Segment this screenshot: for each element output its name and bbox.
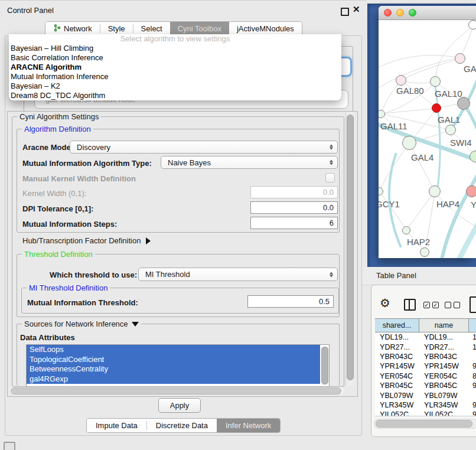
aracne-mode-combobox[interactable]: Discovery xyxy=(70,141,338,154)
hub-section-label: Hub/Transcription Factor Definition xyxy=(22,236,141,245)
column-header-clipped[interactable]: A xyxy=(469,319,476,332)
tab-cyni-toolbox[interactable]: Cyni Toolbox xyxy=(170,22,229,35)
algorithm-option-aracne-algorithm[interactable]: ARACNE Algorithm xyxy=(9,63,341,72)
list-vertical-scrollbar[interactable] xyxy=(321,346,328,384)
cell-name: YPR145W xyxy=(419,362,469,370)
bottom-tab-impute-data[interactable]: Impute Data xyxy=(87,419,146,432)
node-gal4[interactable] xyxy=(402,136,416,150)
attribute-item-topologicalcoefficient[interactable]: TopologicalCoefficient xyxy=(27,355,320,365)
dpi-tolerance-label: DPI Tolerance [0,1]: xyxy=(22,204,93,213)
settings-horizontal-scrollbar[interactable] xyxy=(9,387,344,394)
node-hap2[interactable] xyxy=(402,226,410,234)
minimize-traffic-light-icon[interactable] xyxy=(396,9,404,17)
network-window-titlebar[interactable] xyxy=(379,6,476,20)
hub-section-toggle[interactable]: Hub/Transcription Factor Definition xyxy=(22,236,151,245)
table-body: YDL19...YDL19...13YDR27...YDR27...12YBR0… xyxy=(375,332,476,416)
node-gray[interactable] xyxy=(457,97,470,110)
node-top-partial[interactable] xyxy=(468,20,476,30)
cell-name: YIL052C xyxy=(419,410,469,416)
column-header-shared-name[interactable]: shared... xyxy=(375,319,419,332)
node-gal1[interactable] xyxy=(445,125,456,135)
bottom-tab-discretize-data[interactable]: Discretize Data xyxy=(147,419,217,432)
table-row[interactable]: YDR27...YDR27...12 xyxy=(375,342,476,351)
mi-steps-field[interactable]: 6 xyxy=(250,217,338,229)
node-gcy1-label: GCY1 xyxy=(379,199,400,209)
control-panel-title: Control Panel xyxy=(7,6,54,15)
tab-select[interactable]: Select xyxy=(133,22,170,35)
tab-network[interactable]: Network xyxy=(45,22,100,35)
table-horizontal-scrollbar[interactable] xyxy=(374,419,476,429)
table-row[interactable]: YPR145WYPR145W9. xyxy=(375,361,476,371)
node-gal11[interactable] xyxy=(379,110,385,118)
manual-kernel-checkbox[interactable] xyxy=(325,173,335,182)
node-swi4[interactable] xyxy=(470,151,476,162)
column-header-name[interactable]: name xyxy=(419,319,469,332)
tab-label: jActiveMNodules xyxy=(237,24,294,33)
close-traffic-light-icon[interactable] xyxy=(384,9,392,17)
zoom-traffic-light-icon[interactable] xyxy=(409,9,416,17)
close-icon[interactable]: ✕ xyxy=(353,4,360,15)
chevron-right-icon xyxy=(146,237,151,244)
gear-icon[interactable]: ⚙ xyxy=(380,297,390,309)
algorithm-option-mutual-information-inference[interactable]: Mutual Information Inference xyxy=(9,72,341,81)
algorithm-option-dream8-dc-tdc-algorithm[interactable]: Dream8 DC_TDC Algorithm xyxy=(9,91,341,100)
table-row[interactable]: YIL052CYIL052C9. xyxy=(375,410,476,416)
attribute-item-gal4rgexp[interactable]: gal4RGexp xyxy=(27,374,320,384)
scrollbar-thumb[interactable] xyxy=(347,115,354,380)
scrollbar-thumb[interactable] xyxy=(11,387,341,394)
settings-vertical-scrollbar[interactable] xyxy=(345,112,354,386)
table-row[interactable]: YBL079WYBL079W xyxy=(375,390,476,400)
bottom-tab-infer-network[interactable]: Infer Network xyxy=(217,419,280,432)
which-threshold-combobox[interactable]: MI Threshold xyxy=(138,268,338,281)
mi-type-combobox[interactable]: Naive Bayes xyxy=(161,156,338,169)
node-bottom[interactable] xyxy=(420,247,429,257)
scrollbar-thumb[interactable] xyxy=(321,347,328,384)
table-row[interactable]: YBR043CYBR043C xyxy=(375,352,476,361)
popup-prompt: Select algorithm to view settings xyxy=(9,34,341,44)
mi-type-label: Mutual Information Algorithm Type: xyxy=(22,159,152,168)
columns-icon[interactable] xyxy=(404,299,416,311)
stepper-icon[interactable] xyxy=(330,272,333,277)
attribute-item-betweennesscentrality[interactable]: BetweennessCentrality xyxy=(27,364,320,374)
sources-toggle[interactable]: Sources for Network Inference xyxy=(22,319,141,328)
algorithm-option-basic-correlation-inference[interactable]: Basic Correlation Inference xyxy=(9,53,341,63)
tab-jactivemnodules[interactable]: jActiveMNodules xyxy=(229,22,302,35)
table-row[interactable]: YDL19...YDL19...13 xyxy=(375,332,476,342)
table-panel-card: ⚙ ✓✓ shared... name A YDL19...YDL19...13… xyxy=(371,285,476,437)
tab-label: Network xyxy=(64,24,92,33)
mi-steps-label: Mutual Information Steps: xyxy=(22,220,117,229)
select-all-checkboxes-icon[interactable]: ✓✓ xyxy=(423,302,439,308)
table-row[interactable]: YER054CYER054C8. xyxy=(375,371,476,381)
node-gal10[interactable] xyxy=(430,76,441,87)
cell-shared-name: YPR145W xyxy=(375,362,419,370)
sources-title: Sources for Network Inference xyxy=(24,319,128,328)
node-gal-clipped[interactable] xyxy=(455,53,465,64)
float-window-icon[interactable] xyxy=(341,8,349,16)
node-gcy1[interactable] xyxy=(379,187,383,195)
cell-shared-name: YBR045C xyxy=(375,381,419,390)
table-row[interactable]: YLR345WYLR345W9. xyxy=(375,400,476,410)
mi-threshold-field[interactable]: 0.5 xyxy=(247,295,334,308)
export-table-icon[interactable] xyxy=(470,296,476,313)
node-red[interactable] xyxy=(432,103,441,113)
cell-name: YBR043C xyxy=(419,353,469,361)
collapsed-panel-button[interactable] xyxy=(4,442,15,450)
network-canvas[interactable]: GALGAL80GAL10GAL1GAL11SWI4GAL4GCY1HAP4YH… xyxy=(379,20,476,258)
node-salmon[interactable] xyxy=(466,185,476,197)
dpi-tolerance-field[interactable]: 0.0 xyxy=(250,201,338,214)
algorithm-option-bayesian-hill-climbing[interactable]: Bayesian – Hill Climbing xyxy=(9,44,341,53)
algorithm-option-bayesian-k2[interactable]: Bayesian – K2 xyxy=(9,81,341,91)
tab-style[interactable]: Style xyxy=(100,22,133,35)
table-row[interactable]: YBR045CYBR045C9. xyxy=(375,381,476,390)
network-view-window: GALGAL80GAL10GAL1GAL11SWI4GAL4GCY1HAP4YH… xyxy=(379,6,476,258)
stepper-icon[interactable] xyxy=(330,160,333,165)
attribute-item-selfloops[interactable]: SelfLoops xyxy=(27,345,320,355)
scrollbar-thumb[interactable] xyxy=(376,420,472,428)
apply-button[interactable]: Apply xyxy=(158,398,201,413)
node-gal80[interactable] xyxy=(396,75,406,86)
cell-value: 9. xyxy=(469,381,476,390)
deselect-all-checkboxes-icon[interactable] xyxy=(445,302,460,308)
node-hap4[interactable] xyxy=(429,185,441,197)
stepper-icon[interactable] xyxy=(330,145,333,150)
kernel-width-field[interactable]: 0.0 xyxy=(250,186,338,198)
